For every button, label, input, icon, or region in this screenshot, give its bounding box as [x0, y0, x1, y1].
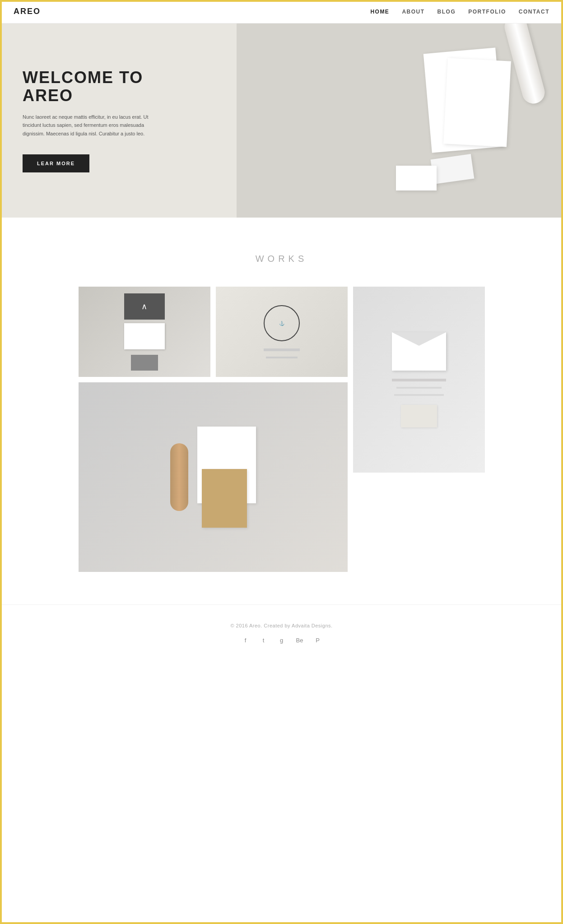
works-title: WORKS [18, 254, 545, 264]
main-nav: HOME ABOUT BLOG PORTFOLIO CONTACT [370, 9, 549, 15]
card-2 [396, 166, 437, 190]
work-image-tall [353, 287, 485, 473]
paper-brown [202, 469, 247, 528]
tube-shape [170, 443, 188, 511]
social-behance[interactable]: Be [295, 636, 304, 645]
logo-circle: ⚓ [264, 305, 300, 341]
footer-copyright: © 2016 Areo. Created by Advaita Designs. [9, 623, 554, 628]
paper-sheet-2 [443, 58, 511, 147]
brand-dark-card: ∧ [124, 293, 165, 320]
social-twitter[interactable]: t [259, 636, 268, 645]
paper-stack [197, 427, 256, 528]
logo-bar-1 [264, 348, 300, 351]
work-item-logo[interactable]: ⚓ [216, 287, 348, 377]
nav-home[interactable]: HOME [370, 9, 389, 15]
brand-mockup-inner: ∧ [124, 293, 165, 371]
tall-mockup-inner [392, 332, 446, 427]
brand-white-card [124, 323, 165, 349]
nav-portfolio[interactable]: PORTFOLIO [468, 9, 506, 15]
site-header: AREO HOME ABOUT BLOG PORTFOLIO CONTACT [0, 0, 563, 23]
env-line-3 [394, 394, 444, 396]
social-facebook[interactable]: f [241, 636, 250, 645]
hero-description: Nunc laoreet ac neque mattis efficitur, … [23, 113, 167, 138]
tube-mockup-inner [170, 427, 256, 528]
footer-social: f t g Be P [9, 636, 554, 645]
card-1 [431, 154, 475, 184]
env-card [401, 405, 437, 427]
works-grid: ∧ ⚓ [79, 287, 485, 572]
env-line-1 [392, 379, 446, 381]
work-item-tall[interactable] [353, 287, 485, 572]
work-image-large [79, 382, 348, 572]
social-googleplus[interactable]: g [277, 636, 286, 645]
hero-title: WELCOME TO AREO [23, 69, 167, 104]
nav-contact[interactable]: CONTACT [519, 9, 549, 15]
site-footer: © 2016 Areo. Created by Advaita Designs.… [0, 604, 563, 658]
social-pinterest[interactable]: P [313, 636, 322, 645]
logo-bar-2 [266, 357, 298, 358]
work-item-large[interactable] [79, 382, 348, 572]
hero-cta-button[interactable]: LEAR MORE [23, 154, 89, 172]
nav-blog[interactable]: BLOG [437, 9, 456, 15]
hero-content: WELCOME TO AREO Nunc laoreet ac neque ma… [0, 42, 190, 199]
hero-mockup [237, 23, 563, 218]
brand-small-card [131, 355, 158, 371]
work-image-logo: ⚓ [216, 287, 348, 377]
hero-image [237, 23, 563, 218]
nav-about[interactable]: ABOUT [402, 9, 424, 15]
works-section: WORKS ∧ ⚓ [0, 218, 563, 604]
work-item-brand[interactable]: ∧ [79, 287, 210, 377]
hero-section: WELCOME TO AREO Nunc laoreet ac neque ma… [0, 23, 563, 218]
envelope-shape [392, 332, 446, 371]
work-image-brand: ∧ [79, 287, 210, 377]
env-line-2 [396, 387, 442, 389]
site-logo[interactable]: AREO [14, 7, 41, 16]
logo-mockup-inner: ⚓ [264, 305, 300, 358]
